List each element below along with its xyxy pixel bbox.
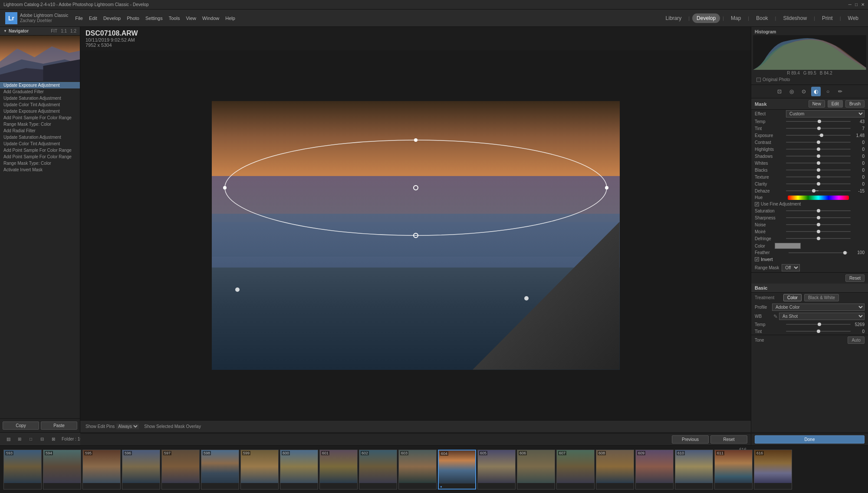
history-item[interactable]: Update Saturation Adjustment xyxy=(0,134,80,140)
invert-checkbox[interactable]: ✓ xyxy=(755,257,759,261)
compare-toggle[interactable]: ⊟ xyxy=(39,436,45,442)
eyedropper-icon[interactable]: ✎ xyxy=(772,313,779,320)
menu-settings[interactable]: Settings xyxy=(145,16,163,21)
feather-slider[interactable] xyxy=(789,252,848,253)
done-button[interactable]: Done xyxy=(755,435,865,444)
show-mask-overlay-item[interactable]: Show Selected Mask Overlay xyxy=(144,424,201,429)
copy-button[interactable]: Copy xyxy=(3,421,39,430)
film-thumb-597[interactable]: 597 xyxy=(161,450,200,490)
profile-dropdown[interactable]: Adobe Color xyxy=(772,304,865,311)
mask-new-button[interactable]: New xyxy=(809,100,825,108)
history-item[interactable]: Add Radial Filter xyxy=(0,127,80,134)
auto-button[interactable]: Auto xyxy=(848,336,865,344)
history-item[interactable]: Range Mask Type: Color xyxy=(0,160,80,167)
basic-section-heading[interactable]: Basic xyxy=(751,284,868,293)
radial-filter-icon[interactable]: ○ xyxy=(823,87,833,96)
menu-photo[interactable]: Photo xyxy=(127,16,139,21)
film-thumb-600[interactable]: 600 xyxy=(280,450,318,490)
moire-slider[interactable] xyxy=(786,229,851,235)
film-thumb-606[interactable]: 606 xyxy=(517,450,555,490)
history-item[interactable]: Range Mask Type: Color xyxy=(0,121,80,127)
film-thumb-604-selected[interactable]: 604 ● xyxy=(438,450,476,490)
film-thumb-596[interactable]: 596 xyxy=(122,450,160,490)
basic-tint-slider[interactable] xyxy=(786,328,851,334)
history-item[interactable]: Add Point Sample For Color Range xyxy=(0,114,80,121)
menu-develop[interactable]: Develop xyxy=(103,16,121,21)
defringe-slider[interactable] xyxy=(786,235,851,242)
film-thumb-601[interactable]: 601 xyxy=(319,450,358,490)
fine-adjustment-checkbox[interactable]: ✓ xyxy=(755,202,759,206)
menu-file[interactable]: File xyxy=(75,16,83,21)
exposure-slider[interactable] xyxy=(786,132,851,138)
history-item[interactable]: Update Color Tint Adjustment xyxy=(0,140,80,147)
treatment-color-btn[interactable]: Color xyxy=(783,294,802,301)
film-thumb-605[interactable]: 605 xyxy=(477,450,516,490)
canvas-wrapper[interactable] xyxy=(80,50,751,420)
blacks-slider[interactable] xyxy=(786,167,851,173)
window-maximize[interactable]: □ xyxy=(855,2,858,7)
clarity-slider[interactable] xyxy=(786,181,851,187)
brush-tool-icon[interactable]: ✏ xyxy=(835,87,845,96)
treatment-bw-btn[interactable]: Black & White xyxy=(804,294,839,301)
film-thumb-607[interactable]: 607 xyxy=(556,450,595,490)
menu-window[interactable]: Window xyxy=(202,16,219,21)
tab-map[interactable]: Map xyxy=(727,13,745,23)
mask-brush-button[interactable]: Brush xyxy=(845,100,865,108)
film-thumb-610[interactable]: 610 xyxy=(675,450,713,490)
history-item[interactable]: Activate Invert Mask xyxy=(0,167,80,173)
reset-button[interactable]: Reset xyxy=(845,274,865,282)
red-eye-icon[interactable]: ⊙ xyxy=(799,87,809,96)
wb-dropdown[interactable]: As Shot xyxy=(779,313,865,320)
history-item[interactable]: Update Saturation Adjustment xyxy=(0,95,80,101)
survey-toggle[interactable]: ⊠ xyxy=(50,436,56,442)
tab-print[interactable]: Print xyxy=(818,13,837,23)
previous-button[interactable]: Previous xyxy=(672,435,709,444)
mask-edit-button[interactable]: Edit xyxy=(828,100,843,108)
menu-tools[interactable]: Tools xyxy=(169,16,180,21)
nav-fit-btn[interactable]: FIT xyxy=(51,29,57,33)
reset-action-button[interactable]: Reset xyxy=(710,435,747,444)
tab-develop[interactable]: Develop xyxy=(692,13,720,23)
grid-view-toggle[interactable]: ⊞ xyxy=(16,436,23,442)
navigator-collapse-icon[interactable]: ▼ xyxy=(3,29,7,33)
window-minimize[interactable]: ─ xyxy=(848,2,852,7)
nav-fill-btn[interactable]: 1:1 xyxy=(61,29,67,33)
film-thumb-599[interactable]: 599 xyxy=(240,450,279,490)
original-photo-checkbox[interactable] xyxy=(756,78,761,82)
history-item[interactable]: Add Point Sample For Color Range xyxy=(0,153,80,160)
whites-slider[interactable] xyxy=(786,160,851,166)
tab-web[interactable]: Web xyxy=(844,13,863,23)
dehaze-slider[interactable] xyxy=(786,188,851,194)
saturation-slider[interactable] xyxy=(786,208,851,214)
history-item[interactable]: Add Point Sample For Color Range xyxy=(0,147,80,153)
navigator-preview[interactable] xyxy=(0,36,80,81)
film-thumb-598[interactable]: 598 xyxy=(201,450,239,490)
film-thumb-595[interactable]: 595 xyxy=(82,450,121,490)
highlights-slider[interactable] xyxy=(786,146,851,152)
basic-temp-slider[interactable] xyxy=(786,321,851,327)
show-edit-pins-item[interactable]: Show Edit Pins Always xyxy=(85,424,139,429)
shadows-slider[interactable] xyxy=(786,153,851,159)
range-mask-dropdown[interactable]: Off xyxy=(782,264,800,271)
menu-help[interactable]: Help xyxy=(225,16,235,21)
tab-library[interactable]: Library xyxy=(661,13,686,23)
temp-slider[interactable] xyxy=(786,118,851,124)
texture-slider[interactable] xyxy=(786,174,851,180)
film-thumb-609[interactable]: 609 xyxy=(635,450,674,490)
tint-slider[interactable] xyxy=(786,125,851,131)
tab-slideshow[interactable]: Slideshow xyxy=(779,13,811,23)
film-thumb-611[interactable]: 611 xyxy=(714,450,753,490)
contrast-slider[interactable] xyxy=(786,139,851,145)
menu-view[interactable]: View xyxy=(186,16,196,21)
film-thumb-594[interactable]: 594 xyxy=(43,450,81,490)
noise-slider[interactable] xyxy=(786,222,851,228)
crop-tool-icon[interactable]: ⊡ xyxy=(775,87,784,96)
sharpness-slider[interactable] xyxy=(786,215,851,221)
window-close[interactable]: ✕ xyxy=(861,2,865,7)
paste-button[interactable]: Paste xyxy=(41,421,77,430)
graduated-filter-icon[interactable]: ◐ xyxy=(811,87,821,96)
history-item[interactable]: Update Color Tint Adjustment xyxy=(0,101,80,108)
history-item[interactable]: Add Graduated Filter xyxy=(0,88,80,95)
film-thumb-608[interactable]: 608 xyxy=(596,450,634,490)
film-thumb-616[interactable]: 616 xyxy=(754,450,792,490)
